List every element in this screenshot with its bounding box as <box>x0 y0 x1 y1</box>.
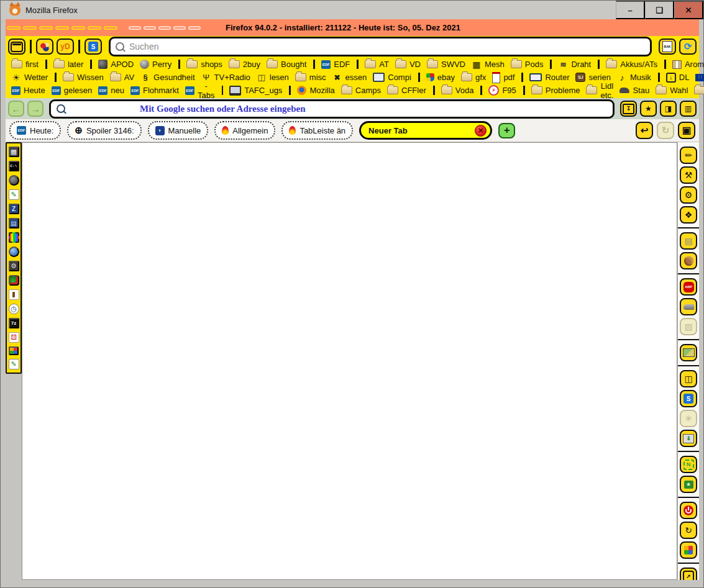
bookmark-item[interactable]: Router <box>526 73 572 82</box>
bookmark-item[interactable]: shops <box>183 60 226 69</box>
custom-menu-item[interactable] <box>173 26 186 30</box>
addon-button[interactable]: ↻ <box>680 522 697 539</box>
addon-button[interactable]: ❖ <box>680 206 697 224</box>
bookmark-item[interactable]: AT <box>362 60 392 69</box>
addon-button[interactable]: ◫ <box>680 370 697 387</box>
url-input[interactable] <box>70 103 607 115</box>
bookmark-item[interactable]: ≋ Draht <box>555 60 603 70</box>
bookmark-item[interactable]: ∷ EU <box>692 73 704 82</box>
s-logo-addon-button[interactable]: S <box>85 38 102 55</box>
close-button[interactable]: ✕ <box>674 1 703 19</box>
bookmark-item[interactable]: gfx <box>458 73 489 82</box>
bookmark-item[interactable]: pdf <box>489 72 526 83</box>
menu-item[interactable] <box>88 26 101 30</box>
bookmark-item[interactable]: Lidl etc. <box>583 81 616 100</box>
addon-button[interactable]: ✳ <box>680 410 697 427</box>
tab[interactable]: EDF Heute: <box>9 121 61 140</box>
custom-menu-item[interactable] <box>158 26 171 30</box>
backup-button[interactable]: BAK <box>659 38 676 55</box>
term-icon[interactable]: C:\ <box>9 161 19 171</box>
clock-icon[interactable]: ◷ <box>9 304 19 314</box>
addon-button[interactable] <box>680 344 697 361</box>
bookmark-item[interactable]: later <box>50 60 95 69</box>
forward-button[interactable]: → <box>27 101 43 117</box>
urlbar-button[interactable]: ★ <box>640 101 657 117</box>
bookmark-item[interactable]: Aromen <box>669 60 704 69</box>
notepad-icon[interactable]: ✎ <box>9 189 19 200</box>
notepad-icon[interactable]: ✎ <box>9 359 19 369</box>
zimt-icon[interactable]: ▤ <box>9 218 19 228</box>
bookmark-item[interactable]: VD <box>392 60 424 69</box>
bookmark-item[interactable]: Bought <box>263 60 318 69</box>
tab-center-button[interactable] <box>8 38 25 55</box>
bookmark-item[interactable]: first <box>8 60 50 69</box>
tab-close-icon[interactable]: ✕ <box>475 125 487 137</box>
addon-button[interactable] <box>680 541 697 559</box>
tab[interactable]: TabLeiste än <box>281 121 353 140</box>
bookmark-item[interactable]: Perry <box>137 60 183 69</box>
custom-menu-item[interactable] <box>188 26 201 30</box>
bookmark-item[interactable]: ↓ DL <box>663 73 693 83</box>
bglobe-icon[interactable] <box>9 247 19 257</box>
bookmark-item[interactable]: EDF EDF <box>318 60 362 69</box>
custom-menu-item[interactable] <box>144 26 156 30</box>
bookmark-item[interactable]: AV <box>107 73 137 82</box>
bookmark-item[interactable]: ☀ Wetter <box>8 73 60 83</box>
addon-button[interactable]: ➚ <box>680 568 697 580</box>
film-icon[interactable] <box>9 232 19 243</box>
bookmark-item[interactable]: ▦ Mesh <box>469 60 508 70</box>
bookmark-item[interactable]: SWVD <box>424 60 469 69</box>
sync-button[interactable]: ⟳ <box>679 38 697 55</box>
bookmark-item[interactable]: Akkus/ATs <box>603 60 669 69</box>
bookmark-item[interactable]: EDF neu <box>95 86 127 95</box>
bookmark-item[interactable]: CFFler <box>384 86 438 95</box>
maximize-button[interactable]: ❑ <box>645 1 674 19</box>
addon-button[interactable]: ▨ <box>680 318 697 335</box>
back-button[interactable]: ← <box>8 101 24 117</box>
addon-button[interactable]: ABP <box>680 278 697 296</box>
bookmark-item[interactable]: Probleme <box>528 86 583 95</box>
page-content[interactable] <box>22 142 677 580</box>
calc-icon[interactable]: ▦ <box>9 147 19 157</box>
addon-button[interactable]: N <box>680 456 697 473</box>
colored-balls-addon-button[interactable] <box>36 38 53 55</box>
bookmark-item[interactable]: ♪ Musik <box>614 73 663 83</box>
menu-item[interactable] <box>71 26 85 30</box>
active-tab[interactable]: Neuer Tab ✕ <box>359 121 492 140</box>
bookmark-item[interactable]: Wissen <box>60 73 107 82</box>
bookmark-item[interactable]: TAFC_ugs <box>226 86 294 96</box>
addon-button[interactable]: ✏ <box>680 147 697 164</box>
tabbar-button[interactable]: ↻ <box>657 122 674 139</box>
addon-button[interactable] <box>680 252 697 269</box>
addon-button[interactable] <box>680 298 697 315</box>
menu-item[interactable] <box>7 26 21 30</box>
bookmark-item[interactable]: EDF gelesen <box>48 86 96 95</box>
sat-icon[interactable] <box>9 275 19 286</box>
bookmark-item[interactable]: misc <box>292 73 329 82</box>
zim-icon[interactable]: Z <box>9 204 19 214</box>
bookmark-item[interactable]: Stau <box>616 86 652 95</box>
blocks-icon[interactable] <box>9 346 19 355</box>
addon-button[interactable]: ★ <box>680 476 697 493</box>
dice-icon[interactable]: ⚄ <box>9 332 19 343</box>
new-tab-button[interactable]: + <box>498 123 515 138</box>
gearf-icon[interactable]: ⚙ <box>9 261 19 271</box>
bookmark-item[interactable]: Camps <box>338 86 384 95</box>
tabbar-button[interactable]: ↩ <box>636 122 653 139</box>
menu-item[interactable] <box>55 26 69 30</box>
bookmark-item[interactable]: EDF Flohmarkt <box>127 86 182 95</box>
bookmark-item[interactable]: F F95 <box>485 85 528 96</box>
yd-addon-button[interactable]: yD <box>57 38 74 55</box>
bookmark-item[interactable]: ◫ lesen <box>254 73 292 83</box>
minimize-button[interactable]: – <box>616 1 645 19</box>
addon-button[interactable] <box>680 502 697 519</box>
bookmark-item[interactable]: Compi <box>370 73 423 82</box>
bottle-icon[interactable] <box>9 289 19 300</box>
bookmark-item[interactable]: Mozilla <box>294 86 337 95</box>
urlbar-button[interactable]: ▥ <box>680 101 697 117</box>
urlbar-button[interactable]: ↧ <box>620 101 637 117</box>
bookmark-item[interactable]: Voda <box>438 86 486 95</box>
custom-menu-item[interactable] <box>129 26 141 30</box>
sphere-icon[interactable] <box>9 175 19 186</box>
addon-button[interactable]: ⇓ <box>680 430 697 447</box>
